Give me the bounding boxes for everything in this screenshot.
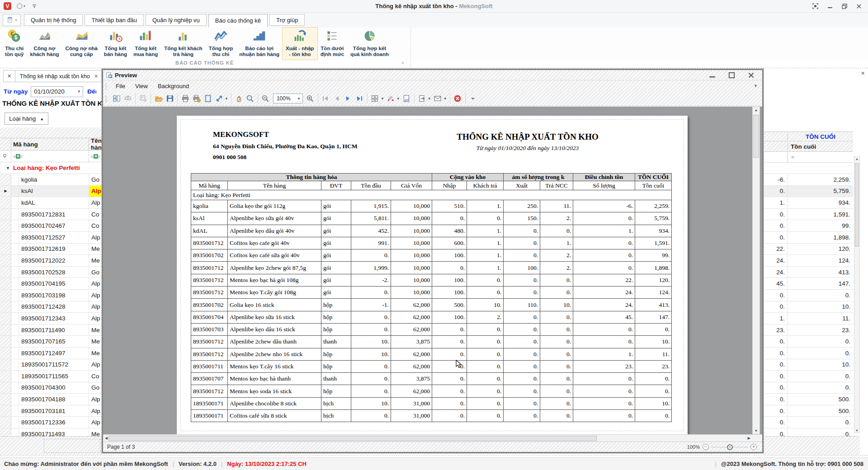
cell-adjust-qty[interactable]: 1. bbox=[764, 197, 788, 208]
app-logo-icon[interactable]: V bbox=[4, 2, 11, 10]
chevron-down-icon[interactable]: ▼ bbox=[297, 97, 302, 101]
table-row[interactable]: 0.5,759. bbox=[764, 186, 853, 197]
zoom-combo[interactable]: 100%▼ bbox=[273, 94, 303, 103]
table-row[interactable]: 8935001704300Go bbox=[0, 382, 102, 394]
cell-name[interactable]: Me bbox=[89, 244, 102, 255]
cell-code[interactable]: 8935001712343 bbox=[11, 313, 89, 324]
table-row[interactable]: 8935001712831Co bbox=[0, 209, 102, 221]
ribbon-button-area-chart-2[interactable]: Công nợ nhàcung cấp bbox=[62, 28, 100, 60]
table-row[interactable]: 0.1,898. bbox=[764, 232, 853, 244]
cell-name[interactable]: Alp bbox=[89, 405, 102, 417]
chevron-down-icon[interactable]: ▼ bbox=[428, 97, 431, 101]
table-row[interactable]: 8935001703198Alp bbox=[0, 290, 102, 301]
chevron-down-icon[interactable]: ▾ bbox=[24, 4, 25, 8]
preview-title-bar[interactable]: Preview bbox=[103, 70, 762, 80]
cell-adjust-qty[interactable]: 0. bbox=[764, 301, 788, 313]
hand-tool-icon[interactable] bbox=[233, 93, 245, 104]
filter-cell[interactable]: aBc bbox=[11, 150, 89, 162]
table-row[interactable]: 0.0. bbox=[764, 336, 853, 348]
table-row[interactable]: 24.413. bbox=[764, 267, 853, 278]
table-row[interactable]: 1.934. bbox=[764, 197, 853, 209]
caret-icon[interactable] bbox=[467, 93, 479, 104]
cell-final-stock[interactable]: 413. bbox=[788, 267, 853, 278]
cell-final-stock[interactable]: 120. bbox=[788, 244, 853, 255]
cell-name[interactable]: Alp bbox=[89, 290, 102, 301]
scroll-thumb[interactable] bbox=[855, 163, 859, 247]
cell-name[interactable]: Me bbox=[89, 255, 102, 266]
zoom-slider-knob[interactable] bbox=[727, 444, 733, 450]
ribbon-button-bars-arrow[interactable]: Xuất - nhập- tồn kho bbox=[283, 28, 317, 60]
cell-code[interactable]: 8935001712831 bbox=[11, 209, 89, 220]
table-row[interactable]: kdALAlp bbox=[0, 197, 102, 209]
cell-code[interactable]: 8935001703198 bbox=[11, 290, 89, 301]
cell-code[interactable]: 8935001703181 bbox=[11, 405, 89, 417]
filter-cell[interactable]: = bbox=[788, 152, 853, 162]
cell-code[interactable]: kgolia bbox=[11, 174, 89, 185]
ribbon-button-area-chart[interactable]: Công nợkhách hàng bbox=[27, 28, 62, 60]
chevron-down-icon[interactable]: ▼ bbox=[225, 97, 228, 101]
multi-page-icon[interactable] bbox=[369, 93, 381, 104]
ribbon-button-coins[interactable]: €$Thu chitồn quỹ bbox=[2, 28, 27, 60]
table-row[interactable]: 8935001707165Me bbox=[0, 336, 102, 348]
save-icon[interactable] bbox=[164, 93, 175, 104]
ribbon-tab[interactable]: Quản lý nghiệp vụ bbox=[146, 14, 207, 26]
chevron-down-icon[interactable]: ▼ bbox=[396, 97, 400, 101]
cell-name[interactable]: Alp bbox=[89, 313, 102, 324]
cell-code[interactable]: 8935001712336 bbox=[11, 417, 89, 428]
cell-adjust-qty[interactable]: 0. bbox=[764, 290, 788, 301]
table-row[interactable]: 8935001712336Alp bbox=[0, 417, 102, 428]
cell-adjust-qty[interactable]: 0. bbox=[764, 382, 788, 394]
table-row[interactable]: 8935001711490Me bbox=[0, 324, 102, 336]
table-row[interactable]: 8935001703181Alp bbox=[0, 405, 102, 417]
cell-code[interactable]: 8935001702467 bbox=[11, 220, 89, 231]
cell-adjust-qty[interactable]: 23. bbox=[764, 324, 788, 336]
close-button[interactable] bbox=[856, 4, 862, 9]
app-menu-button[interactable]: ▾ bbox=[3, 14, 21, 26]
zoom-out-button[interactable]: − bbox=[703, 444, 709, 450]
scroll-right-icon[interactable]: ▶ bbox=[748, 436, 750, 440]
cell-code[interactable]: ksAl bbox=[11, 186, 89, 197]
vertical-scrollbar[interactable]: ▲ ▼ bbox=[854, 156, 860, 433]
cell-code[interactable]: 18935001711572 bbox=[11, 359, 89, 371]
ribbon-button-list-squares[interactable]: Tồn dướiđịnh mức bbox=[317, 28, 347, 60]
ribbon-button-bar-chart-clock[interactable]: Tổng kếtbán hàng bbox=[101, 28, 130, 60]
table-row[interactable]: 8935001712497Me bbox=[0, 348, 102, 359]
cell-code[interactable]: 8935001704188 bbox=[11, 394, 89, 405]
cell-name[interactable]: Alp bbox=[89, 186, 102, 197]
cell-final-stock[interactable]: 500. bbox=[788, 394, 853, 405]
group-row[interactable]: ▼ Loại hàng: Kẹo Perfetti bbox=[0, 162, 102, 174]
cell-final-stock[interactable]: 0. bbox=[788, 348, 853, 359]
restore-button[interactable] bbox=[842, 4, 847, 9]
cell-name[interactable]: Me bbox=[89, 348, 102, 359]
cell-final-stock[interactable]: 0. bbox=[788, 382, 853, 394]
table-row[interactable]: 8935001704188Alp bbox=[0, 394, 102, 405]
cell-adjust-qty[interactable]: 0. bbox=[764, 232, 788, 243]
table-row[interactable]: 8935001712428Alp bbox=[0, 301, 102, 313]
menu-background[interactable]: Background bbox=[153, 83, 194, 89]
cell-adjust-qty[interactable]: 0. bbox=[764, 220, 788, 231]
cell-code[interactable]: 8935001712022 bbox=[11, 255, 89, 266]
scroll-thumb[interactable] bbox=[753, 115, 759, 158]
cell-final-stock[interactable]: 2,259. bbox=[788, 174, 853, 185]
open-icon[interactable] bbox=[153, 93, 164, 104]
quick-access-icon[interactable] bbox=[17, 3, 23, 9]
customize-icon[interactable] bbox=[137, 93, 149, 104]
table-row[interactable]: 8935001712527Alp bbox=[0, 232, 102, 244]
chevron-down-icon[interactable]: ▼ bbox=[443, 97, 447, 101]
table-row[interactable]: 0.0. bbox=[764, 417, 853, 428]
cell-adjust-qty[interactable]: 0. bbox=[764, 405, 788, 417]
scroll-down-icon[interactable]: ▼ bbox=[854, 429, 859, 432]
scroll-up-icon[interactable]: ▲ bbox=[854, 157, 859, 160]
ribbon-collapse-icon[interactable]: ˄ bbox=[400, 61, 406, 66]
cell-adjust-qty[interactable]: 0. bbox=[764, 417, 788, 428]
vertical-scrollbar[interactable]: ▲ ▼ bbox=[752, 107, 760, 434]
cell-final-stock[interactable]: 99. bbox=[788, 220, 853, 231]
table-row[interactable]: -6.2,259. bbox=[764, 174, 853, 186]
last-page-icon[interactable] bbox=[354, 93, 365, 104]
close-tab-icon[interactable]: ✕ bbox=[94, 74, 98, 79]
cell-adjust-qty[interactable]: -6. bbox=[764, 174, 788, 185]
zoom-in-icon[interactable] bbox=[305, 93, 316, 104]
cell-final-stock[interactable]: 500. bbox=[788, 405, 853, 417]
cell-code[interactable]: 8935001704195 bbox=[11, 278, 89, 289]
chevron-down-icon[interactable]: ▼ bbox=[75, 89, 83, 94]
